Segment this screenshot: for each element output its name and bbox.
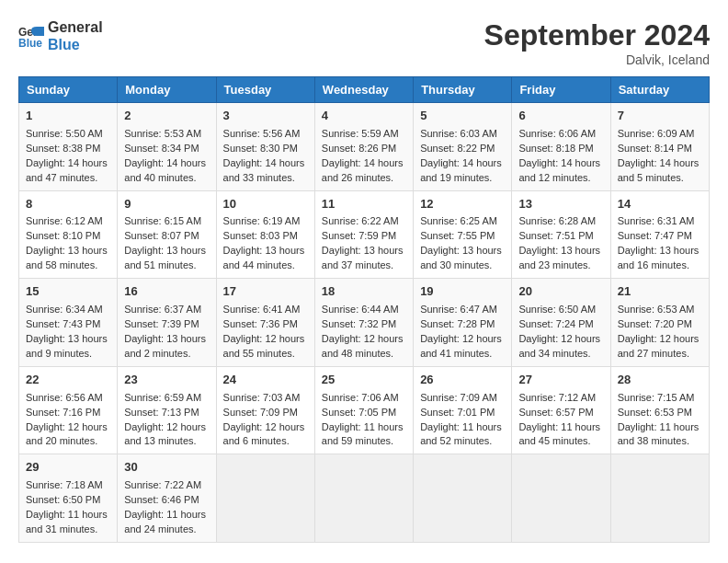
day-content: and 30 minutes. xyxy=(420,259,505,273)
day-content: Sunset: 8:30 PM xyxy=(223,142,308,156)
day-number: 12 xyxy=(420,196,505,213)
table-row: 18Sunrise: 6:44 AMSunset: 7:32 PMDayligh… xyxy=(314,279,413,367)
day-content: Sunrise: 6:53 AM xyxy=(618,303,702,317)
day-content: Sunset: 7:16 PM xyxy=(26,406,110,420)
day-content: Sunset: 7:36 PM xyxy=(223,317,308,332)
day-number: 16 xyxy=(124,283,209,301)
day-number: 20 xyxy=(518,283,603,301)
day-content: and 55 minutes. xyxy=(223,347,308,362)
day-content: and 20 minutes. xyxy=(26,434,110,449)
col-saturday: Saturday xyxy=(610,77,709,103)
calendar-week-3: 15Sunrise: 6:34 AMSunset: 7:43 PMDayligh… xyxy=(19,279,710,367)
day-content: Daylight: 14 hours xyxy=(518,156,603,171)
day-content: and 31 minutes. xyxy=(26,523,110,537)
day-content: Sunrise: 5:50 AM xyxy=(26,127,110,142)
logo-icon: General Blue xyxy=(18,23,44,49)
day-content: Sunset: 7:20 PM xyxy=(618,317,702,332)
day-content: Sunset: 7:28 PM xyxy=(420,317,505,332)
day-content: Daylight: 14 hours xyxy=(618,156,702,171)
day-content: Sunset: 8:03 PM xyxy=(223,229,308,244)
day-content: Daylight: 14 hours xyxy=(124,156,209,171)
day-content: Daylight: 11 hours xyxy=(420,420,505,435)
day-number: 23 xyxy=(124,372,209,389)
day-content: and 34 minutes. xyxy=(518,347,603,362)
table-row: 11Sunrise: 6:22 AMSunset: 7:59 PMDayligh… xyxy=(314,190,413,279)
day-number: 6 xyxy=(518,108,603,125)
day-content: Daylight: 11 hours xyxy=(26,508,110,523)
table-row: 26Sunrise: 7:09 AMSunset: 7:01 PMDayligh… xyxy=(414,366,512,454)
day-content: Daylight: 14 hours xyxy=(26,156,110,171)
day-content: and 38 minutes. xyxy=(618,434,702,449)
day-content: Sunrise: 6:15 AM xyxy=(124,214,209,229)
day-content: Sunset: 8:18 PM xyxy=(518,142,603,156)
day-content: Sunrise: 6:28 AM xyxy=(518,214,603,229)
table-row xyxy=(216,454,314,543)
day-content: Sunrise: 6:56 AM xyxy=(26,391,110,406)
day-content: Daylight: 12 hours xyxy=(518,332,603,347)
day-content: Sunrise: 5:56 AM xyxy=(223,127,308,142)
day-number: 11 xyxy=(322,196,406,213)
day-content: Sunrise: 7:15 AM xyxy=(618,391,702,406)
day-content: and 19 minutes. xyxy=(420,171,505,186)
day-content: and 58 minutes. xyxy=(26,259,110,273)
day-content: and 48 minutes. xyxy=(322,347,406,362)
day-content: Sunrise: 6:22 AM xyxy=(322,214,406,229)
day-content: and 37 minutes. xyxy=(322,259,406,273)
day-content: Daylight: 11 hours xyxy=(124,508,209,523)
day-content: Daylight: 11 hours xyxy=(618,420,702,435)
table-row: 27Sunrise: 7:12 AMSunset: 6:57 PMDayligh… xyxy=(512,366,610,454)
table-row: 14Sunrise: 6:31 AMSunset: 7:47 PMDayligh… xyxy=(610,190,709,279)
logo-blue: Blue xyxy=(48,36,103,53)
table-row: 24Sunrise: 7:03 AMSunset: 7:09 PMDayligh… xyxy=(216,366,314,454)
day-number: 7 xyxy=(618,108,702,125)
day-content: Daylight: 12 hours xyxy=(420,332,505,347)
col-tuesday: Tuesday xyxy=(216,77,314,103)
table-row: 19Sunrise: 6:47 AMSunset: 7:28 PMDayligh… xyxy=(414,279,512,367)
col-monday: Monday xyxy=(118,77,216,103)
day-content: Sunset: 6:53 PM xyxy=(618,406,702,420)
table-row: 20Sunrise: 6:50 AMSunset: 7:24 PMDayligh… xyxy=(512,279,610,367)
day-number: 24 xyxy=(223,372,308,389)
day-content: Sunrise: 6:06 AM xyxy=(518,127,603,142)
table-row: 7Sunrise: 6:09 AMSunset: 8:14 PMDaylight… xyxy=(610,103,709,191)
day-content: Sunrise: 6:03 AM xyxy=(420,127,505,142)
table-row xyxy=(512,454,610,543)
calendar-week-4: 22Sunrise: 6:56 AMSunset: 7:16 PMDayligh… xyxy=(19,366,710,454)
day-content: and 45 minutes. xyxy=(518,434,603,449)
day-content: Sunset: 8:14 PM xyxy=(618,142,702,156)
day-content: and 52 minutes. xyxy=(420,434,505,449)
day-content: Sunset: 7:24 PM xyxy=(518,317,603,332)
day-content: Daylight: 11 hours xyxy=(322,420,406,435)
page-header: General Blue General Blue September 2024… xyxy=(18,18,710,67)
col-wednesday: Wednesday xyxy=(314,77,413,103)
table-row xyxy=(610,454,709,543)
day-content: Sunset: 7:55 PM xyxy=(420,229,505,244)
day-content: Sunset: 7:01 PM xyxy=(420,406,505,420)
day-number: 2 xyxy=(124,108,209,125)
location: Dalvik, Iceland xyxy=(484,52,710,67)
day-number: 13 xyxy=(518,196,603,213)
table-row: 16Sunrise: 6:37 AMSunset: 7:39 PMDayligh… xyxy=(118,279,216,367)
table-row: 25Sunrise: 7:06 AMSunset: 7:05 PMDayligh… xyxy=(314,366,413,454)
col-thursday: Thursday xyxy=(414,77,512,103)
day-content: Sunset: 7:47 PM xyxy=(618,229,702,244)
day-content: and 13 minutes. xyxy=(124,434,209,449)
table-row: 10Sunrise: 6:19 AMSunset: 8:03 PMDayligh… xyxy=(216,190,314,279)
day-content: Daylight: 12 hours xyxy=(618,332,702,347)
table-row: 21Sunrise: 6:53 AMSunset: 7:20 PMDayligh… xyxy=(610,279,709,367)
day-number: 29 xyxy=(26,459,110,477)
svg-text:Blue: Blue xyxy=(18,37,42,49)
col-friday: Friday xyxy=(512,77,610,103)
day-content: Daylight: 13 hours xyxy=(518,244,603,259)
day-content: and 33 minutes. xyxy=(223,171,308,186)
day-content: and 23 minutes. xyxy=(518,259,603,273)
day-content: Sunrise: 7:09 AM xyxy=(420,391,505,406)
table-row: 3Sunrise: 5:56 AMSunset: 8:30 PMDaylight… xyxy=(216,103,314,191)
day-content: Sunset: 6:57 PM xyxy=(518,406,603,420)
day-content: Sunrise: 7:22 AM xyxy=(124,478,209,493)
day-content: Sunrise: 6:59 AM xyxy=(124,391,209,406)
day-number: 14 xyxy=(618,196,702,213)
day-content: Sunrise: 6:09 AM xyxy=(618,127,702,142)
day-content: Sunset: 8:38 PM xyxy=(26,142,110,156)
calendar-week-2: 8Sunrise: 6:12 AMSunset: 8:10 PMDaylight… xyxy=(19,190,710,279)
